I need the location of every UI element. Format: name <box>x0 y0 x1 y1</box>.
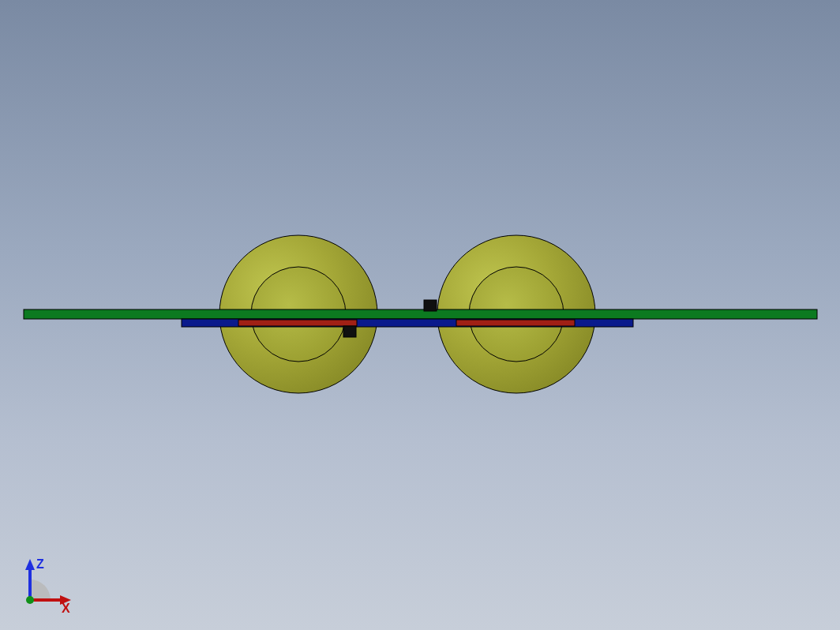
blue-bar <box>182 319 633 327</box>
z-axis-label: Z <box>36 557 44 571</box>
z-axis-arrow <box>25 559 35 570</box>
cad-viewport[interactable]: Z X <box>0 0 840 630</box>
x-axis-arrow <box>60 595 71 605</box>
svg-point-1 <box>251 267 346 362</box>
small-cube-lower <box>343 326 356 337</box>
green-board <box>24 309 817 319</box>
coil-right <box>437 235 595 393</box>
svg-point-2 <box>437 235 595 393</box>
coil-left <box>219 235 377 393</box>
svg-point-3 <box>469 267 564 362</box>
red-bar-left <box>238 320 357 326</box>
model-scene <box>0 0 840 630</box>
triad-plane <box>30 579 51 600</box>
svg-point-0 <box>219 235 377 393</box>
x-axis-label: X <box>62 602 70 615</box>
coordinate-triad: Z X <box>14 553 77 616</box>
y-axis-origin <box>26 596 34 604</box>
red-bar-right <box>456 320 575 326</box>
small-cube-upper <box>424 300 437 311</box>
